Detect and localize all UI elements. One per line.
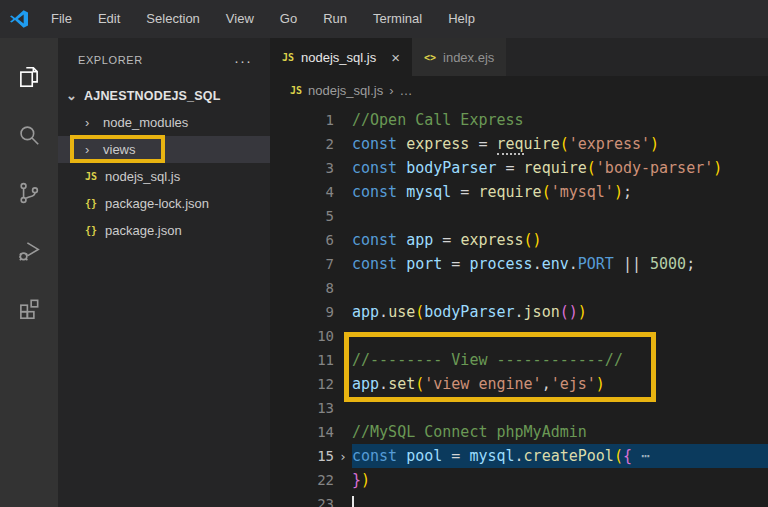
vscode-logo-icon [0,9,38,29]
explorer-more-actions-icon[interactable]: ··· [234,52,252,69]
line-number: 10 [270,328,334,344]
explorer-sidebar: EXPLORER ··· ⌄ AJNESTNODEJS_SQL › node_m… [58,38,270,507]
code-text [352,324,768,348]
code-lines: 1//Open Call Express2const express = req… [270,108,768,507]
line-number: 6 [270,232,334,248]
source-control-icon[interactable] [0,164,58,222]
line-number: 5 [270,208,334,224]
tab-label: nodejs_sql.js [301,50,376,65]
chevron-right-icon: › [85,115,103,130]
menu-view[interactable]: View [213,0,267,38]
close-icon[interactable]: × [391,49,400,66]
tab-label: index.ejs [443,50,494,65]
menu-go[interactable]: Go [267,0,310,38]
code-line-11[interactable]: 11//-------- View ------------// [270,348,768,372]
js-file-icon: JS [290,85,302,96]
menu-edit[interactable]: Edit [85,0,133,38]
line-number: 4 [270,184,334,200]
breadcrumb-symbol[interactable]: … [400,83,413,98]
tree-item-package-json[interactable]: {} package.json [58,217,270,244]
code-text [352,396,768,420]
line-number: 3 [270,160,334,176]
breadcrumb-file[interactable]: nodejs_sql.js [308,83,383,98]
explorer-header: EXPLORER ··· [58,38,270,82]
explorer-icon[interactable] [0,48,58,106]
file-label: nodejs_sql.js [105,169,180,184]
chevron-right-icon: › [85,142,103,157]
code-text [352,204,768,228]
line-number: 1 [270,112,334,128]
tab-bar: JS nodejs_sql.js × <> index.ejs [270,38,768,76]
code-text [352,492,768,507]
tab-index-ejs[interactable]: <> index.ejs [412,38,506,76]
code-line-9[interactable]: 9app.use(bodyParser.json()) [270,300,768,324]
code-text: const port = process.env.PORT || 5000; [352,252,768,276]
tree-item-nodejs-sql-js[interactable]: JS nodejs_sql.js [58,163,270,190]
json-file-icon: {} [85,198,105,209]
run-and-debug-icon[interactable] [0,222,58,280]
line-number: 9 [270,304,334,320]
code-line-22[interactable]: 22}) [270,468,768,492]
tab-nodejs-sql-js[interactable]: JS nodejs_sql.js × [270,38,412,76]
line-number: 13 [270,400,334,416]
search-icon[interactable] [0,106,58,164]
code-line-13[interactable]: 13 [270,396,768,420]
code-line-5[interactable]: 5 [270,204,768,228]
code-text: app.set('view engine','ejs') [352,372,768,396]
js-file-icon: JS [85,171,105,182]
extensions-icon[interactable] [0,280,58,338]
menu-selection[interactable]: Selection [133,0,212,38]
code-line-3[interactable]: 3const bodyParser = require('body-parser… [270,156,768,180]
code-text: const mysql = require('mysql'); [352,180,768,204]
breadcrumb[interactable]: JS nodejs_sql.js › … [270,76,768,104]
code-line-1[interactable]: 1//Open Call Express [270,108,768,132]
menu-bar: File Edit Selection View Go Run Terminal… [0,0,768,38]
tree-item-node-modules[interactable]: › node_modules [58,109,270,136]
menu-terminal[interactable]: Terminal [360,0,435,38]
line-number: 15 [270,448,334,464]
breadcrumb-separator: › [389,83,393,98]
menu-run[interactable]: Run [310,0,360,38]
explorer-title: EXPLORER [78,54,143,66]
js-file-icon: JS [282,52,294,63]
code-line-6[interactable]: 6const app = express() [270,228,768,252]
line-number: 2 [270,136,334,152]
editor-group: JS nodejs_sql.js × <> index.ejs JS nodej… [270,38,768,507]
code-line-23[interactable]: 23 [270,492,768,507]
folder-label: node_modules [103,115,188,130]
tree-item-package-lock-json[interactable]: {} package-lock.json [58,190,270,217]
code-line-2[interactable]: 2const express = require('express') [270,132,768,156]
file-label: package-lock.json [105,196,209,211]
code-line-15[interactable]: 15›const pool = mysql.createPool({ ⋯ [270,444,768,468]
code-text: //Open Call Express [352,108,768,132]
line-number: 12 [270,376,334,392]
folder-label: views [103,142,136,157]
chevron-down-icon: ⌄ [66,88,84,103]
tree-item-views[interactable]: › views [58,136,270,163]
json-file-icon: {} [85,225,105,236]
root-folder-label: AJNESTNODEJS_SQL [84,89,221,103]
code-line-7[interactable]: 7const port = process.env.PORT || 5000; [270,252,768,276]
code-line-12[interactable]: 12app.set('view engine','ejs') [270,372,768,396]
code-editor[interactable]: 1//Open Call Express2const express = req… [270,104,768,507]
menu-help[interactable]: Help [435,0,488,38]
fold-chevron-icon[interactable]: › [334,449,352,464]
line-number: 7 [270,256,334,272]
line-number: 23 [270,496,334,507]
workbench: EXPLORER ··· ⌄ AJNESTNODEJS_SQL › node_m… [0,38,768,507]
code-text: //MySQL Connect phpMyAdmin [352,420,768,444]
code-line-4[interactable]: 4const mysql = require('mysql'); [270,180,768,204]
code-line-8[interactable]: 8 [270,276,768,300]
code-text: //-------- View ------------// [352,348,768,372]
code-line-14[interactable]: 14//MySQL Connect phpMyAdmin [270,420,768,444]
line-number: 14 [270,424,334,440]
code-text [352,276,768,300]
code-text: app.use(bodyParser.json()) [352,300,768,324]
menu-file[interactable]: File [38,0,85,38]
tree-root-ajnestnodejs-sql[interactable]: ⌄ AJNESTNODEJS_SQL [58,82,270,109]
code-text: const pool = mysql.createPool({ ⋯ [352,444,768,468]
code-line-10[interactable]: 10 [270,324,768,348]
file-label: package.json [105,223,182,238]
code-text: }) [352,468,768,492]
code-text: const bodyParser = require('body-parser'… [352,156,768,180]
